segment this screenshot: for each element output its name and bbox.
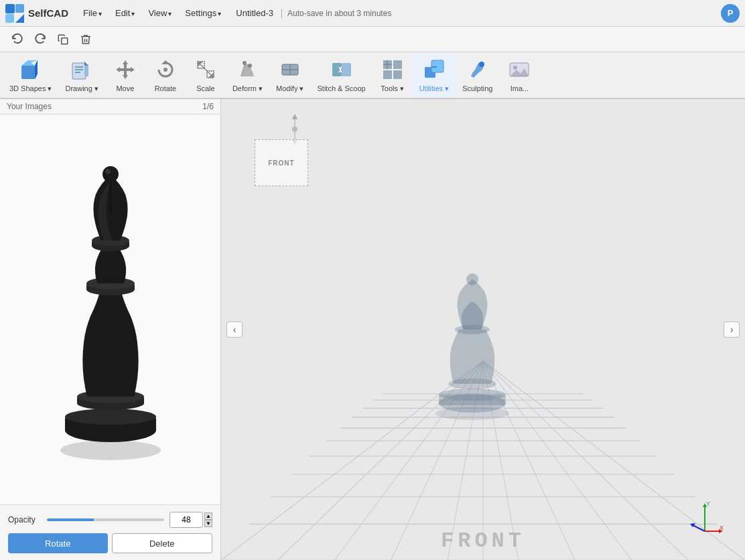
profile-button[interactable]: P [721, 4, 740, 23]
viewport-chess-piece [419, 273, 526, 422]
viewport-piece-svg [419, 273, 526, 420]
tool-stitch-icon [330, 58, 354, 82]
chess-piece-image [30, 152, 191, 467]
svg-point-26 [163, 68, 167, 72]
panel-footer: Opacity 48 ▲ ▼ Rotate Delete [0, 504, 220, 560]
tool-sculpting-label: Sculpting [462, 84, 492, 92]
opacity-value: 48 [170, 512, 203, 528]
axes-svg: Y X [685, 498, 725, 538]
menu-view[interactable]: View [143, 5, 177, 21]
svg-point-101 [466, 273, 478, 285]
tool-3dshapes-icon [19, 58, 43, 82]
image-count: 1/6 [202, 102, 214, 111]
app-name: SelfCAD [28, 7, 68, 19]
menu-settings[interactable]: Settings [180, 5, 226, 21]
svg-marker-3 [15, 14, 24, 23]
image-preview-area [0, 115, 220, 504]
tool-scale[interactable]: Scale [186, 52, 226, 98]
menu-file[interactable]: File [78, 5, 107, 21]
tool-tools[interactable]: Tools ▾ [373, 52, 413, 98]
front-view-label: FRONT [268, 159, 294, 167]
tool-sculpting[interactable]: Sculpting [456, 52, 499, 98]
svg-point-56 [65, 409, 156, 425]
svg-marker-18 [84, 62, 88, 66]
tool-scale-icon [194, 58, 218, 82]
menu-bar: SelfCAD File Edit View Settings Untitled… [0, 0, 745, 27]
svg-point-67 [105, 169, 111, 174]
rotate-button[interactable]: Rotate [8, 533, 108, 553]
opacity-slider[interactable] [47, 518, 164, 521]
opacity-increment[interactable]: ▲ [204, 512, 212, 520]
svg-point-33 [248, 64, 252, 68]
tool-utilities[interactable]: Utilities ▾ [413, 52, 456, 98]
svg-rect-2 [5, 14, 14, 23]
tool-scale-label: Scale [196, 84, 215, 92]
svg-rect-0 [5, 4, 15, 13]
svg-marker-22 [131, 67, 135, 72]
svg-marker-69 [292, 114, 297, 119]
svg-marker-19 [123, 60, 128, 64]
svg-point-53 [60, 440, 161, 460]
tool-rotate[interactable]: Rotate [145, 52, 186, 98]
main-area: Your Images 1/6 [0, 99, 745, 560]
tool-move-icon [113, 58, 137, 82]
svg-point-51 [513, 66, 517, 70]
opacity-decrement[interactable]: ▼ [204, 520, 212, 527]
svg-point-32 [243, 61, 247, 65]
tool-rotate-label: Rotate [155, 84, 176, 92]
tool-modify-label: Modify ▾ [276, 84, 303, 93]
tool-deform-icon [235, 58, 259, 82]
redo-button[interactable] [29, 29, 51, 50]
menu-edit[interactable]: Edit [110, 5, 140, 21]
svg-rect-38 [342, 63, 351, 76]
axes-widget: Y X [685, 498, 725, 540]
tool-sculpting-icon [466, 58, 490, 82]
selfcad-logo-icon [5, 4, 24, 23]
svg-marker-25 [161, 60, 170, 64]
viewport: FRONT ‹ › .grid-h { stroke: #c0c8d0; str… [221, 99, 745, 560]
tool-drawing-icon [70, 58, 94, 82]
opacity-label: Opacity [8, 515, 42, 524]
svg-rect-1 [15, 4, 24, 13]
svg-point-98 [439, 389, 506, 401]
tool-tools-label: Tools ▾ [381, 84, 404, 93]
tool-3dshapes[interactable]: 3D Shapes ▾ [3, 52, 58, 98]
tool-move-label: Move [116, 84, 134, 92]
tool-drawing[interactable]: Drawing ▾ [58, 52, 105, 98]
svg-rect-41 [383, 70, 392, 79]
panel-title: Your Images [7, 102, 52, 111]
main-toolbar: 3D Shapes ▾ Drawing ▾ [0, 52, 745, 99]
opacity-spinner[interactable]: ▲ ▼ [204, 512, 212, 527]
tool-image-label: Ima... [511, 84, 529, 92]
tool-modify[interactable]: Modify ▾ [269, 52, 310, 98]
svg-rect-42 [393, 70, 402, 79]
tool-deform[interactable]: Deform ▾ [226, 52, 269, 98]
secondary-toolbar [0, 27, 745, 52]
svg-line-29 [200, 64, 211, 75]
front-bottom-label: FRONT [441, 529, 525, 553]
svg-rect-24 [120, 68, 131, 71]
tool-stitch[interactable]: Stitch & Scoop [310, 52, 372, 98]
tool-utilities-icon [422, 58, 446, 82]
document-title: Untitled-3 [236, 8, 273, 18]
tool-utilities-label: Utilities ▾ [419, 84, 450, 93]
delete-button[interactable] [75, 29, 96, 50]
undo-button[interactable] [7, 29, 28, 50]
tool-drawing-label: Drawing ▾ [65, 84, 98, 93]
autosave-status: Auto-save in about 3 minutes [281, 9, 391, 18]
duplicate-button[interactable] [52, 29, 74, 50]
svg-point-49 [479, 62, 484, 67]
app-logo: SelfCAD [5, 4, 68, 23]
tool-modify-icon [278, 58, 302, 82]
delete-image-button[interactable]: Delete [112, 533, 213, 553]
tool-stitch-label: Stitch & Scoop [317, 84, 365, 92]
tool-deform-label: Deform ▾ [232, 84, 263, 93]
svg-rect-40 [393, 60, 402, 69]
tool-tools-icon [381, 58, 405, 82]
tool-image[interactable]: Ima... [499, 52, 539, 98]
svg-text:X: X [720, 524, 724, 531]
svg-rect-47 [431, 60, 444, 72]
tool-move[interactable]: Move [105, 52, 145, 98]
svg-point-66 [103, 166, 119, 182]
svg-marker-20 [123, 75, 128, 79]
